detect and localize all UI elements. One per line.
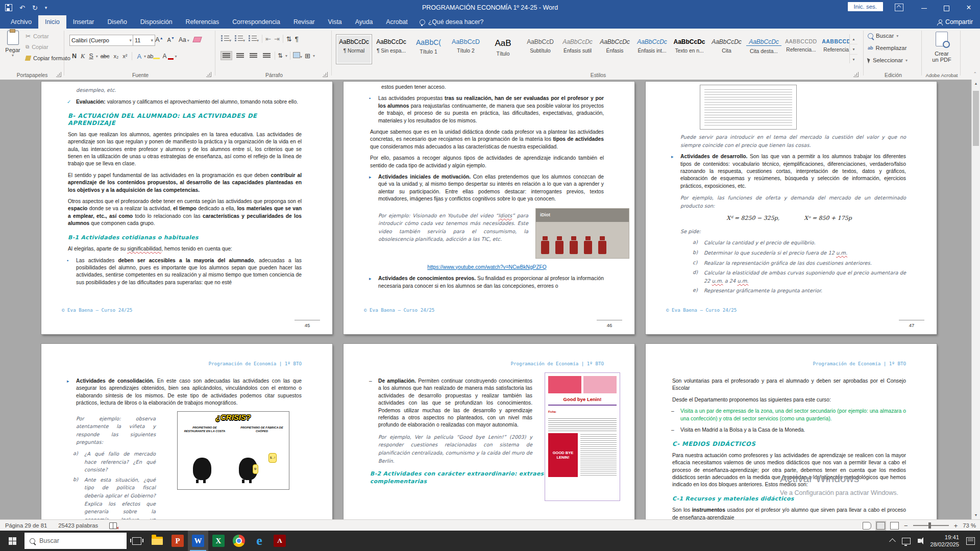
page-48[interactable]: Programación de Economía | 1º BTO ▸Activ… <box>41 344 332 519</box>
zoom-in-button[interactable]: + <box>954 522 958 530</box>
style-cita[interactable]: AaBbCcDcCita <box>708 34 745 64</box>
styles-gallery-more-icon[interactable]: ▼ <box>850 55 857 64</box>
copy-button[interactable]: ⧉Copiar <box>26 44 48 50</box>
grow-font-button[interactable]: A▲ <box>155 36 163 43</box>
font-dialog-launcher-icon[interactable] <box>206 72 211 77</box>
clipboard-dialog-launcher-icon[interactable] <box>56 72 61 77</box>
styles-scroll-down-icon[interactable]: ▼ <box>850 44 857 55</box>
create-pdf-button[interactable]: Crear un PDF <box>927 32 957 63</box>
tab-revisar[interactable]: Revisar <box>287 15 322 29</box>
change-case-button[interactable]: Aa ▾ <box>179 36 189 43</box>
justify-button[interactable] <box>261 52 272 60</box>
volume-tray-icon[interactable] <box>918 539 921 543</box>
start-button[interactable] <box>0 531 24 551</box>
display-tray-icon[interactable] <box>902 538 911 544</box>
collapse-ribbon-icon[interactable]: ⌃ <box>973 71 977 77</box>
style-titulo[interactable]: AaBTítulo <box>485 34 521 64</box>
subscript-button[interactable]: x₂ <box>112 53 120 59</box>
underline-button[interactable]: S <box>87 53 94 60</box>
tab-correspondencia[interactable]: Correspondencia <box>226 15 287 29</box>
font-color-button[interactable]: A <box>161 53 174 60</box>
decrease-indent-button[interactable]: ⇤ <box>265 35 271 43</box>
paragraph-dialog-launcher-icon[interactable] <box>323 72 328 77</box>
powerpoint-button[interactable]: P <box>167 531 188 551</box>
bold-button[interactable]: N <box>70 53 78 60</box>
style-normal[interactable]: AaBbCcDc¶ Normal <box>336 34 372 64</box>
web-layout-icon[interactable] <box>890 522 899 530</box>
tray-expand-icon[interactable] <box>890 538 896 545</box>
text-effects-button[interactable]: A <box>135 53 143 60</box>
tab-ayuda[interactable]: Ayuda <box>349 15 380 29</box>
superscript-button[interactable]: x² <box>121 53 129 59</box>
numbered-list-button[interactable]: ▾ <box>234 35 245 43</box>
style-referencia-sutil[interactable]: AABBCCDDReferencia... <box>783 34 819 64</box>
replace-button[interactable]: abReemplazar <box>868 45 906 51</box>
tab-disposicion[interactable]: Disposición <box>134 15 179 29</box>
strikethrough-button[interactable]: abc <box>99 53 111 59</box>
tab-diseno[interactable]: Diseño <box>101 15 133 29</box>
zoom-out-button[interactable]: − <box>904 522 908 530</box>
sort-button[interactable]: ⇅ <box>286 35 292 43</box>
taskbar-search-box[interactable]: Buscar <box>24 533 127 549</box>
select-button[interactable]: Seleccionar▾ <box>868 57 908 63</box>
task-view-button[interactable] <box>127 531 147 551</box>
style-enfasis-intenso[interactable]: AaBbCcDcÉnfasis int... <box>634 34 670 64</box>
tab-referencias[interactable]: Referencias <box>179 15 226 29</box>
bullet-list-button[interactable]: ▾ <box>220 35 231 43</box>
vertical-scrollbar[interactable]: ▲ ▼ <box>971 80 980 519</box>
chrome-button[interactable] <box>229 531 249 551</box>
paste-button[interactable]: Pegar ▾ <box>2 31 23 58</box>
scrollbar-thumb[interactable] <box>973 91 979 146</box>
word-button[interactable]: W <box>188 531 208 551</box>
borders-button[interactable]: ⊞ <box>305 52 310 60</box>
tab-inicio[interactable]: Inicio <box>38 15 66 29</box>
page-50[interactable]: Programación de Economía | 1º BTO Son vo… <box>646 344 937 519</box>
share-button[interactable]: Compartir <box>937 15 973 29</box>
proofing-errors-icon[interactable] <box>109 522 117 529</box>
style-titulo-2[interactable]: AaBbCcDTítulo 2 <box>448 34 484 64</box>
shrink-font-button[interactable]: A▼ <box>167 36 175 43</box>
align-center-button[interactable] <box>235 52 246 60</box>
multilevel-list-button[interactable]: ▾ <box>248 35 259 43</box>
scroll-up-icon[interactable]: ▲ <box>972 80 980 88</box>
style-enfasis[interactable]: AaBbCcDcÉnfasis <box>597 34 633 64</box>
clear-formatting-icon[interactable] <box>192 37 202 42</box>
tab-acrobat[interactable]: Acrobat <box>379 15 414 29</box>
ribbon-display-options-icon[interactable] <box>895 4 903 11</box>
style-subtitulo[interactable]: AaBbCcDSubtítulo <box>522 34 558 64</box>
close-button[interactable]: × <box>958 0 980 15</box>
cut-button[interactable]: ✂Cortar <box>26 33 49 40</box>
page-45[interactable]: desempleo, etc. ✓Evaluación: valoramos y… <box>41 82 332 334</box>
acrobat-button[interactable]: A <box>270 531 290 551</box>
style-titulo-1[interactable]: AaBbC(Título 1 <box>410 34 447 64</box>
restore-button[interactable] <box>935 0 958 15</box>
minimize-button[interactable] <box>913 0 935 15</box>
find-button[interactable]: Buscar▾ <box>868 33 898 39</box>
italic-button[interactable]: K <box>79 53 86 60</box>
styles-dialog-launcher-icon[interactable] <box>853 72 859 77</box>
highlight-button[interactable]: ab <box>147 53 160 59</box>
increase-indent-button[interactable]: ⇥ <box>274 35 280 43</box>
excel-button[interactable]: X <box>208 531 229 551</box>
sign-in-button[interactable]: Inic. ses. <box>848 2 883 11</box>
youtube-link[interactable]: https://www.youtube.com/watch?v=NCwBkNgP… <box>427 264 547 270</box>
zoom-level[interactable]: 73 % <box>963 522 976 529</box>
font-family-combo[interactable]: Calibri (Cuerpo▾ <box>69 35 134 46</box>
style-cita-destacada[interactable]: AaBbCcDcCita desta... <box>746 34 782 64</box>
show-marks-button[interactable]: ¶ <box>295 35 299 43</box>
style-sin-espaciado[interactable]: AaBbCcDc¶ Sin espa... <box>373 34 409 64</box>
styles-scroll-up-icon[interactable]: ▲ <box>850 34 857 44</box>
zoom-slider[interactable] <box>913 525 949 526</box>
style-texto-en-negrita[interactable]: AaBbCcDcTexto en n... <box>671 34 707 64</box>
tell-me-box[interactable]: ¿Qué desea hacer? <box>414 15 489 29</box>
scroll-down-icon[interactable]: ▼ <box>972 511 980 519</box>
align-left-button[interactable] <box>220 51 232 60</box>
tab-insertar[interactable]: Insertar <box>66 15 101 29</box>
edge-button[interactable]: e <box>249 531 270 551</box>
file-explorer-button[interactable] <box>147 531 167 551</box>
align-right-button[interactable] <box>248 52 259 60</box>
tab-archivo[interactable]: Archivo <box>4 15 38 29</box>
read-mode-icon[interactable] <box>863 522 871 530</box>
font-size-combo[interactable]: 11▾ <box>133 35 155 46</box>
taskbar-clock[interactable]: 19:4128/02/2025 <box>930 534 959 548</box>
